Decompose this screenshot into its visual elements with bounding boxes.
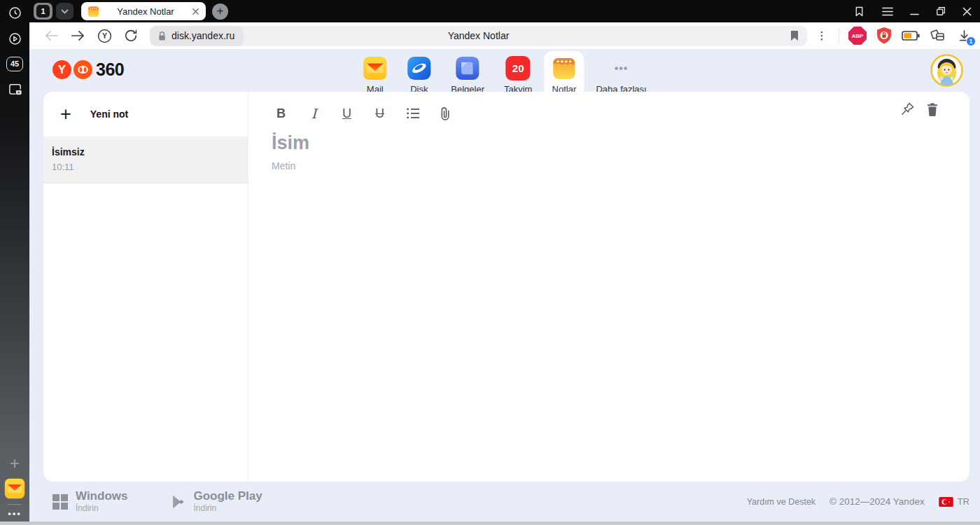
window-bottom-edge [0, 522, 980, 525]
store-title: Google Play [193, 490, 262, 503]
abp-label: ABP [852, 33, 864, 39]
toolbar-divider [839, 29, 839, 43]
lock-icon [158, 31, 167, 41]
help-link[interactable]: Yardım ve Destek [747, 497, 816, 507]
sidebar-divider [8, 504, 22, 505]
plus-glyph: + [10, 454, 20, 473]
google-play-download-link[interactable]: Google Play İndirin [171, 490, 262, 513]
download-count-badge: 1 [966, 36, 976, 46]
store-subtitle: İndirin [76, 503, 127, 513]
protect-shield-icon[interactable] [876, 27, 892, 45]
tab-bar: 1 Yandex Notlar + [29, 0, 980, 22]
url-text: disk.yandex.ru [172, 30, 234, 41]
language-switcher[interactable]: TR [939, 496, 969, 507]
adblock-plus-icon[interactable]: ABP [848, 27, 867, 45]
more-dots-icon: ••• [609, 56, 634, 80]
new-note-label: Yeni not [90, 108, 128, 120]
browser-actions-menu-icon[interactable]: ⋮ [814, 29, 830, 42]
tab-counter-button[interactable]: 1 [34, 3, 52, 20]
reload-button[interactable] [118, 25, 144, 46]
strikethrough-button[interactable]: U [370, 104, 389, 123]
copyright-text: © 2012—2024 Yandex [830, 496, 925, 507]
url-chip[interactable]: disk.yandex.ru [150, 26, 244, 46]
docs-app-icon [456, 56, 480, 80]
disk-app-icon [407, 56, 431, 80]
attach-file-button[interactable] [436, 104, 455, 123]
language-label: TR [958, 496, 969, 507]
history-icon[interactable] [0, 4, 29, 21]
user-avatar[interactable] [930, 54, 963, 87]
plus-icon: + [60, 105, 71, 124]
page-footer: Windows İndirin Google Play İndirin Yard… [29, 482, 980, 522]
omnibox-page-title: Yandex Notlar [150, 30, 807, 41]
new-tab-button[interactable]: + [212, 4, 228, 20]
close-window-icon[interactable] [962, 7, 972, 16]
editor-toolbar: B I U U [272, 100, 939, 127]
downloads-button[interactable]: 1 [955, 27, 973, 45]
yandex-mail-shortcut-icon[interactable] [0, 477, 29, 500]
delete-note-icon[interactable] [926, 102, 939, 116]
bold-button[interactable]: B [272, 104, 290, 123]
page-header: Y 360 Mai [29, 49, 980, 92]
logo-letter: Y [58, 63, 66, 77]
underline-button[interactable]: U [337, 104, 356, 123]
note-time: 10:11 [52, 162, 239, 172]
extensions-area: ⋮ ABP 1 [811, 27, 973, 45]
yandex-services-button[interactable]: Y [91, 25, 118, 46]
windows-icon [52, 494, 68, 510]
sidebar-more-icon[interactable]: ••• [0, 507, 29, 519]
back-button[interactable] [38, 25, 64, 46]
tab-close-icon[interactable] [192, 8, 200, 15]
note-title-input[interactable]: İsim [272, 132, 939, 154]
browser-sidebar: 45 + ••• [0, 0, 29, 525]
player-icon[interactable] [0, 30, 29, 47]
minimize-icon[interactable] [910, 7, 919, 15]
tab-count-label: 45 [10, 59, 19, 68]
address-bar: Y disk.yandex.ru Yandex Notlar ⋮ ABP [29, 22, 980, 49]
notes-list-panel: + Yeni not İsimsiz 10:11 [43, 92, 248, 482]
sidebar-add-icon[interactable]: + [0, 455, 29, 472]
tab-count-badge[interactable]: 45 [0, 55, 29, 72]
note-body-input[interactable]: Metin [272, 160, 939, 172]
logo-360-text: 360 [96, 59, 124, 80]
notes-app-icon [552, 56, 576, 80]
notes-card: + Yeni not İsimsiz 10:11 B I U U [43, 92, 969, 482]
menu-icon[interactable] [882, 7, 893, 16]
y360-ring-icon [74, 60, 92, 79]
note-list-item[interactable]: İsimsiz 10:11 [43, 137, 248, 183]
turkey-flag-icon [939, 497, 953, 507]
calendar-day-number: 20 [512, 62, 524, 74]
note-editor: B I U U [248, 92, 969, 482]
bookmarks-panel-icon[interactable] [853, 6, 865, 18]
mail-app-icon [363, 56, 387, 80]
yandex-logo-icon: Y [52, 60, 71, 79]
y360-logo[interactable]: Y 360 [52, 59, 124, 80]
tab-title: Yandex Notlar [105, 6, 186, 17]
new-note-button[interactable]: + Yeni not [43, 92, 248, 137]
italic-button[interactable]: I [304, 104, 323, 123]
battery-icon[interactable] [902, 30, 920, 41]
tab-list-chevron-icon[interactable] [56, 3, 74, 20]
bookmark-icon[interactable] [790, 30, 799, 41]
restore-icon[interactable] [936, 6, 946, 16]
ellipsis-glyph: ••• [8, 508, 22, 519]
browser-window: 45 + ••• 1 [0, 0, 980, 525]
ellipsis-glyph: ••• [615, 62, 629, 75]
windows-download-link[interactable]: Windows İndirin [52, 490, 127, 513]
tab-counter-label: 1 [36, 5, 50, 18]
store-title: Windows [76, 490, 127, 503]
editor-actions [900, 102, 939, 116]
tab-yandex-notlar[interactable]: Yandex Notlar [81, 2, 206, 20]
notes-app-icon [88, 6, 99, 18]
collections-icon[interactable] [929, 28, 946, 43]
bullet-list-button[interactable] [403, 104, 422, 123]
google-play-icon [171, 494, 186, 510]
omnibox[interactable]: disk.yandex.ru Yandex Notlar [150, 26, 807, 46]
screenshot-icon[interactable] [0, 80, 29, 98]
yandex-notes-page: Y 360 Mai [29, 49, 980, 525]
pin-note-icon[interactable] [900, 102, 915, 116]
forward-button[interactable] [64, 25, 91, 46]
plus-glyph: + [217, 4, 224, 18]
footer-links: Yardım ve Destek © 2012—2024 Yandex TR [747, 496, 969, 507]
store-subtitle: İndirin [193, 503, 262, 513]
